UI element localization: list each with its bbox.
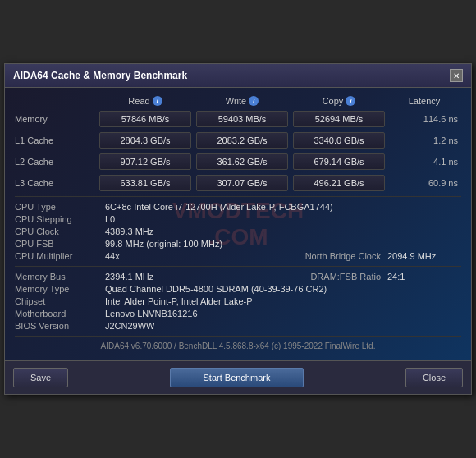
memory-write: 59403 MB/s [196,111,288,127]
header-latency: Latency [387,96,461,106]
main-window: AIDA64 Cache & Memory Benchmark ✕ VMODTE… [4,63,472,395]
table-row: L3 Cache 633.81 GB/s 307.07 GB/s 496.21 … [15,175,461,191]
divider [15,196,461,197]
l2-read: 907.12 GB/s [99,153,191,170]
info-row-cpu-clock: CPU Clock 4389.3 MHz [15,227,461,236]
l3-copy: 496.21 GB/s [293,175,385,191]
content-area: VMODTECH .COM Read i Write i Copy i [5,88,471,360]
info-row-cpu-fsb: CPU FSB 99.8 MHz (original: 100 MHz) [15,239,461,249]
l2-write: 361.62 GB/s [196,153,288,170]
info-row-cpu-type: CPU Type 6C+8c Intel Core i7-12700H (Ald… [15,202,461,212]
table-row: L1 Cache 2804.3 GB/s 2083.2 GB/s 3340.0 … [15,132,461,149]
copy-info-icon[interactable]: i [346,96,355,106]
close-window-button[interactable]: ✕ [450,69,463,82]
header-read: Read i [97,96,194,106]
footer: AIDA64 v6.70.6000 / BenchDLL 4.5.868.8-x… [15,336,461,354]
info-row-cpu-stepping: CPU Stepping L0 [15,214,461,224]
info-row-memory-type: Memory Type Quad Channel DDR5-4800 SDRAM… [15,284,461,294]
table-row: Memory 57846 MB/s 59403 MB/s 52694 MB/s … [15,111,461,127]
write-info-icon[interactable]: i [249,96,259,106]
memory-copy: 52694 MB/s [293,111,385,127]
title-bar: AIDA64 Cache & Memory Benchmark ✕ [5,64,471,88]
info-row-bios: BIOS Version J2CN29WW [15,321,461,331]
info-row-motherboard: Motherboard Lenovo LNVNB161216 [15,309,461,318]
close-button[interactable]: Close [405,368,463,387]
header-empty [15,96,97,106]
system-info: CPU Type 6C+8c Intel Core i7-12700H (Ald… [15,202,461,331]
info-row-chipset: Chipset Intel Alder Point-P, Intel Alder… [15,296,461,306]
benchmark-table: Read i Write i Copy i Latency Memory 57 [15,94,461,191]
info-row-cpu-multiplier: CPU Multiplier 44x North Bridge Clock 20… [15,251,461,261]
l1-read: 2804.3 GB/s [99,132,191,149]
l2-copy: 679.14 GB/s [293,153,385,170]
info-row-memory-bus: Memory Bus 2394.1 MHz DRAM:FSB Ratio 24:… [15,272,461,282]
divider2 [15,266,461,267]
button-bar: Save Start Benchmark Close [5,360,471,394]
read-info-icon[interactable]: i [153,96,162,106]
window-title: AIDA64 Cache & Memory Benchmark [13,70,187,81]
l3-write: 307.07 GB/s [196,175,288,191]
header-copy: Copy i [291,96,387,106]
l1-copy: 3340.0 GB/s [293,132,385,149]
table-row: L2 Cache 907.12 GB/s 361.62 GB/s 679.14 … [15,153,461,170]
table-header: Read i Write i Copy i Latency [15,94,461,108]
l1-write: 2083.2 GB/s [196,132,288,149]
start-benchmark-button[interactable]: Start Benchmark [170,368,304,387]
save-button[interactable]: Save [13,368,68,387]
memory-read: 57846 MB/s [99,111,191,127]
header-write: Write i [194,96,291,106]
l3-read: 633.81 GB/s [99,175,191,191]
